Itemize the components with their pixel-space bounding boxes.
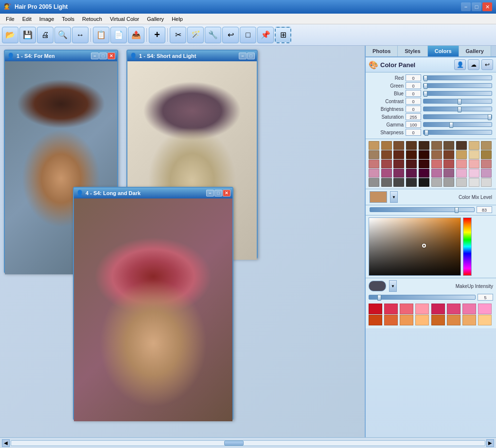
swatch-11[interactable] bbox=[381, 150, 392, 159]
swatch-15[interactable] bbox=[431, 150, 442, 159]
swatch-36[interactable] bbox=[443, 169, 454, 178]
swatch-44[interactable] bbox=[419, 178, 429, 187]
makeup-swatch-11[interactable] bbox=[415, 315, 429, 325]
makeup-swatch-12[interactable] bbox=[431, 315, 445, 325]
swatch-41[interactable] bbox=[381, 178, 392, 187]
swatch-9[interactable] bbox=[481, 141, 492, 150]
swatch-12[interactable] bbox=[393, 150, 404, 159]
swatch-37[interactable] bbox=[456, 169, 467, 178]
makeup-swatch-9[interactable] bbox=[384, 315, 398, 325]
swatch-43[interactable] bbox=[406, 178, 417, 187]
makeup-swatch-6[interactable] bbox=[462, 304, 476, 314]
swatch-20[interactable] bbox=[369, 160, 379, 168]
swatch-19[interactable] bbox=[481, 150, 492, 159]
swatch-14[interactable] bbox=[419, 150, 429, 159]
menu-edit[interactable]: Edit bbox=[18, 15, 35, 23]
window-long-max[interactable]: □ bbox=[214, 190, 222, 197]
tab-styles[interactable]: Styles bbox=[398, 46, 427, 56]
toolbar-undo[interactable]: ↩ bbox=[222, 27, 239, 43]
slider-contrast-track[interactable] bbox=[423, 99, 492, 104]
makeup-swatch-0[interactable] bbox=[369, 304, 382, 314]
makeup-swatch-10[interactable] bbox=[400, 315, 413, 325]
swatch-0[interactable] bbox=[369, 141, 379, 150]
swatch-4[interactable] bbox=[419, 141, 429, 150]
menu-file[interactable]: File bbox=[2, 15, 18, 23]
swatch-48[interactable] bbox=[469, 178, 479, 187]
swatch-5[interactable] bbox=[431, 141, 442, 150]
toolbar-export[interactable]: 📤 bbox=[128, 27, 144, 43]
maximize-button[interactable]: □ bbox=[472, 2, 481, 11]
toolbar-new[interactable]: 📄 bbox=[110, 27, 127, 43]
swatch-25[interactable] bbox=[431, 160, 442, 168]
makeup-swatch-8[interactable] bbox=[369, 315, 382, 325]
toolbar-print[interactable]: 🖨 bbox=[37, 27, 53, 43]
toolbar-swap[interactable]: ↔ bbox=[72, 27, 89, 43]
toolbar-pin[interactable]: 📌 bbox=[257, 27, 274, 43]
swatch-7[interactable] bbox=[456, 141, 467, 150]
swatch-8[interactable] bbox=[469, 141, 479, 150]
makeup-preview[interactable] bbox=[369, 281, 386, 291]
swatch-10[interactable] bbox=[369, 150, 379, 159]
swatch-23[interactable] bbox=[406, 160, 417, 168]
slider-brightness-track[interactable] bbox=[423, 107, 492, 111]
makeup-slider[interactable] bbox=[369, 295, 476, 300]
color-spectrum[interactable] bbox=[463, 217, 472, 276]
swatch-16[interactable] bbox=[443, 150, 454, 159]
makeup-swatch-5[interactable] bbox=[447, 304, 461, 314]
swatch-45[interactable] bbox=[431, 178, 442, 187]
swatch-34[interactable] bbox=[419, 169, 429, 178]
window-short-max[interactable]: □ bbox=[247, 53, 255, 59]
slider-red-track[interactable] bbox=[423, 75, 492, 80]
window-short-titlebar[interactable]: 👤 1 - S4: Short and Light − □ bbox=[127, 51, 257, 61]
menu-tools[interactable]: Tools bbox=[58, 15, 78, 23]
makeup-swatch-3[interactable] bbox=[415, 304, 429, 314]
window-men-min[interactable]: − bbox=[91, 53, 99, 59]
color-preview[interactable] bbox=[370, 191, 387, 203]
makeup-swatch-2[interactable] bbox=[400, 304, 413, 314]
swatch-17[interactable] bbox=[456, 150, 467, 159]
slider-sharpness-track[interactable] bbox=[423, 130, 492, 135]
color-mix-slider[interactable] bbox=[370, 207, 475, 212]
close-button[interactable]: ✕ bbox=[482, 2, 492, 11]
scroll-right-button[interactable]: ▶ bbox=[486, 439, 494, 447]
cp-btn-photo[interactable]: 👤 bbox=[454, 59, 466, 70]
swatch-3[interactable] bbox=[406, 141, 417, 150]
horizontal-scrollbar[interactable] bbox=[11, 440, 485, 446]
swatch-18[interactable] bbox=[469, 150, 479, 159]
swatch-47[interactable] bbox=[456, 178, 467, 187]
toolbar-comb[interactable]: 🔧 bbox=[205, 27, 221, 43]
swatch-31[interactable] bbox=[381, 169, 392, 178]
window-long-titlebar[interactable]: 👤 4 - S4: Long and Dark − □ ✕ bbox=[74, 188, 232, 198]
swatch-30[interactable] bbox=[369, 169, 379, 178]
tab-gallery[interactable]: Gallery bbox=[459, 46, 491, 56]
toolbar-zoom[interactable]: 🔍 bbox=[54, 27, 71, 43]
makeup-swatch-13[interactable] bbox=[447, 315, 461, 325]
window-men-max[interactable]: □ bbox=[99, 53, 107, 59]
window-short-min[interactable]: − bbox=[239, 53, 247, 59]
window-men-close[interactable]: ✕ bbox=[107, 53, 115, 59]
toolbar-copy[interactable]: 📋 bbox=[93, 27, 109, 43]
slider-blue-track[interactable] bbox=[423, 91, 492, 96]
makeup-swatch-4[interactable] bbox=[431, 304, 445, 314]
toolbar-add[interactable]: + bbox=[149, 27, 165, 43]
makeup-swatch-14[interactable] bbox=[462, 315, 476, 325]
swatch-6[interactable] bbox=[443, 141, 454, 150]
toolbar-rect[interactable]: □ bbox=[240, 27, 256, 43]
swatch-40[interactable] bbox=[369, 178, 379, 187]
swatch-26[interactable] bbox=[443, 160, 454, 168]
color-gradient[interactable] bbox=[369, 217, 461, 276]
slider-gamma-track[interactable] bbox=[423, 122, 492, 127]
swatch-27[interactable] bbox=[456, 160, 467, 168]
swatch-28[interactable] bbox=[469, 160, 479, 168]
window-long-min[interactable]: − bbox=[206, 190, 214, 197]
menu-help[interactable]: Help bbox=[168, 15, 187, 23]
cp-btn-cloud[interactable]: ☁ bbox=[468, 59, 479, 70]
swatch-46[interactable] bbox=[443, 178, 454, 187]
window-men-titlebar[interactable]: 👤 1 - S4: For Men − □ ✕ bbox=[5, 51, 117, 61]
makeup-swatch-1[interactable] bbox=[384, 304, 398, 314]
menu-image[interactable]: Image bbox=[35, 15, 58, 23]
tab-colors[interactable]: Colors bbox=[428, 46, 459, 56]
makeup-swatch-15[interactable] bbox=[478, 315, 492, 325]
scroll-left-button[interactable]: ◀ bbox=[2, 439, 10, 447]
swatch-32[interactable] bbox=[393, 169, 404, 178]
